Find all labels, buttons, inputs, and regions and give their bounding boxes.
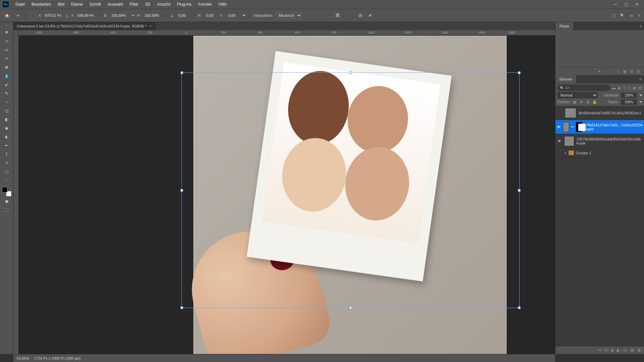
fill-value[interactable]: 100%	[621, 100, 637, 105]
lock-position-icon[interactable]: ✥	[579, 100, 584, 105]
menu-image[interactable]: Bild	[54, 2, 68, 7]
layer-filter-search[interactable]: 🔍 Art	[557, 85, 610, 91]
layers-panel-tab[interactable]: Ebenen	[555, 75, 576, 83]
transform-handle-tl[interactable]	[180, 71, 183, 74]
filter-pixel-icon[interactable]: ▬	[612, 86, 616, 90]
panel-menu-icon[interactable]: ≡	[637, 75, 644, 83]
layer-thumbnail[interactable]	[565, 108, 576, 118]
ruler-origin[interactable]	[13, 30, 19, 36]
search-icon[interactable]: 🔍	[620, 13, 625, 18]
quickmask-tool-icon[interactable]: ▣	[3, 197, 11, 205]
blur-tool-icon[interactable]: ◉	[3, 124, 11, 132]
window-minimize-icon[interactable]: —	[613, 2, 618, 7]
shape-tool-icon[interactable]: ▢	[3, 168, 11, 176]
vshear-input[interactable]	[224, 13, 239, 17]
lock-all-icon[interactable]: 🔒	[592, 100, 597, 105]
docinfo-caret-icon[interactable]: 〉	[85, 356, 88, 360]
crop-tool-icon[interactable]: ✂	[3, 54, 11, 62]
paths-new-icon[interactable]: ▣	[623, 69, 627, 74]
w-input[interactable]	[109, 13, 129, 17]
move-tool-icon[interactable]: ✥	[3, 28, 11, 36]
menu-view[interactable]: Ansicht	[154, 2, 173, 7]
y-input[interactable]	[75, 13, 96, 17]
x-input[interactable]	[43, 13, 63, 17]
lock-artboard-icon[interactable]: ⊞	[586, 100, 590, 105]
cancel-transform-icon[interactable]: ⊘	[357, 12, 364, 19]
layer-name[interactable]: 3fc992edc9af7e0857e1d5a245361ec1	[578, 111, 641, 115]
commit-transform-icon[interactable]: ✔	[367, 12, 374, 19]
layer-visibility-icon[interactable]: 👁	[557, 139, 562, 143]
clone-tool-icon[interactable]: ⟐	[3, 98, 11, 106]
link-wh-icon[interactable]: ⚯	[131, 13, 135, 18]
layer-row[interactable]: 👁 10578e30b30092a4abf5b83a539ecddb Kopie	[555, 134, 644, 148]
paths-panel-tab[interactable]: Pfade	[555, 22, 573, 30]
lock-pixels-icon[interactable]: ▦	[572, 100, 577, 105]
screenmode-tool-icon[interactable]: ⛶	[3, 206, 11, 214]
horizontal-ruler[interactable]: -800 -600 -400 -200 0 200 400 600 800 10…	[19, 30, 555, 36]
eyedropper-tool-icon[interactable]: 💧	[3, 72, 11, 80]
menu-window[interactable]: Fenster	[195, 2, 215, 7]
toolbar-collapse-icon[interactable]: «	[6, 23, 7, 27]
menu-filter[interactable]: Filter	[126, 2, 142, 7]
layer-delete-icon[interactable]: 🗑	[637, 348, 641, 353]
layer-visibility-icon[interactable]: 👁	[557, 125, 561, 129]
window-maximize-icon[interactable]: ▢	[624, 2, 629, 7]
swap-xy-icon[interactable]: △	[66, 13, 68, 18]
zoom-level[interactable]: 53,85%	[17, 356, 29, 360]
brush-tool-icon[interactable]: 🖌	[3, 80, 11, 88]
filter-shape-icon[interactable]: ▢	[628, 86, 631, 90]
layer-fx-icon[interactable]: fx	[605, 348, 608, 353]
menu-edit[interactable]: Bearbeiten	[28, 2, 54, 7]
angle-input[interactable]	[175, 13, 190, 17]
menu-select[interactable]: Auswahl	[104, 2, 126, 7]
menu-plugins[interactable]: Plug-ins	[174, 2, 195, 7]
layer-row[interactable]: 3fc992edc9af7e0857e1d5a245361ec1	[555, 106, 644, 120]
menu-help[interactable]: Hilfe	[215, 2, 230, 7]
canvas-area[interactable]: -800 -600 -400 -200 0 200 400 600 800 10…	[13, 30, 555, 354]
warp-icon[interactable]: ⌘	[334, 12, 341, 19]
layer-adjustment-icon[interactable]: ◐	[616, 348, 620, 353]
window-close-icon[interactable]: ✕	[635, 2, 639, 7]
layer-link-icon[interactable]: ⚯	[571, 125, 574, 129]
path-tool-icon[interactable]: ↗	[3, 159, 11, 167]
frame-tool-icon[interactable]: ⊠	[3, 63, 11, 71]
share-icon[interactable]: ⇪	[638, 13, 641, 18]
h-input[interactable]	[142, 13, 162, 17]
paths-selection-icon[interactable]: ◌	[610, 69, 613, 74]
filter-type-icon[interactable]: T	[623, 86, 626, 90]
menu-layer[interactable]: Ebene	[68, 2, 86, 7]
paths-delete-icon[interactable]: 🗑	[637, 69, 641, 74]
menu-type[interactable]: Schrift	[86, 2, 104, 7]
pen-tool-icon[interactable]: ✒	[3, 141, 11, 149]
cloud-docs-icon[interactable]: ◯	[611, 13, 615, 18]
transform-handle-br[interactable]	[518, 306, 521, 309]
layer-group-row[interactable]: ▸ Gruppe 1	[555, 148, 644, 158]
workspace-icon[interactable]: ▭	[630, 13, 633, 18]
home-button[interactable]: 🏠	[3, 12, 11, 19]
menu-file[interactable]: Datei	[12, 2, 28, 7]
fill-dropdown-icon[interactable]	[639, 101, 642, 103]
artboard[interactable]	[193, 36, 507, 354]
layer-mask-thumbnail[interactable]	[576, 122, 582, 132]
paths-mask-icon[interactable]: ◇	[616, 69, 620, 74]
paths-fill-icon[interactable]: ●	[598, 69, 601, 74]
more-tools-icon[interactable]: ⋯	[3, 176, 11, 184]
layer-group-icon[interactable]: 🗀	[623, 348, 627, 353]
transform-handle-bl[interactable]	[180, 306, 183, 309]
hshear-input[interactable]	[203, 13, 217, 17]
doc-info[interactable]: 1726 Px x 2000 Px (300 ppi)	[34, 356, 80, 360]
type-tool-icon[interactable]: T	[3, 150, 11, 158]
transform-toggle-icon[interactable]: ⇔	[13, 12, 22, 19]
opacity-dropdown-icon[interactable]	[639, 95, 642, 96]
transform-handle-ml[interactable]	[180, 189, 183, 192]
paths-new2-icon[interactable]: ⊞	[630, 69, 633, 74]
transform-handle-tr[interactable]	[518, 71, 521, 74]
layer-thumbnail[interactable]	[563, 122, 569, 132]
paths-stroke-icon[interactable]: ○	[604, 69, 606, 74]
reference-point-grid[interactable]	[31, 13, 36, 18]
eraser-tool-icon[interactable]: ◫	[3, 107, 11, 115]
blend-mode-select[interactable]: Normal	[557, 92, 598, 98]
gradient-tool-icon[interactable]: ◧	[3, 115, 11, 123]
layer-name[interactable]: Gruppe 1	[576, 151, 591, 155]
layer-name[interactable]: c7fb024127a5c7e65...7cb3cc82234 Kopie	[584, 123, 643, 131]
